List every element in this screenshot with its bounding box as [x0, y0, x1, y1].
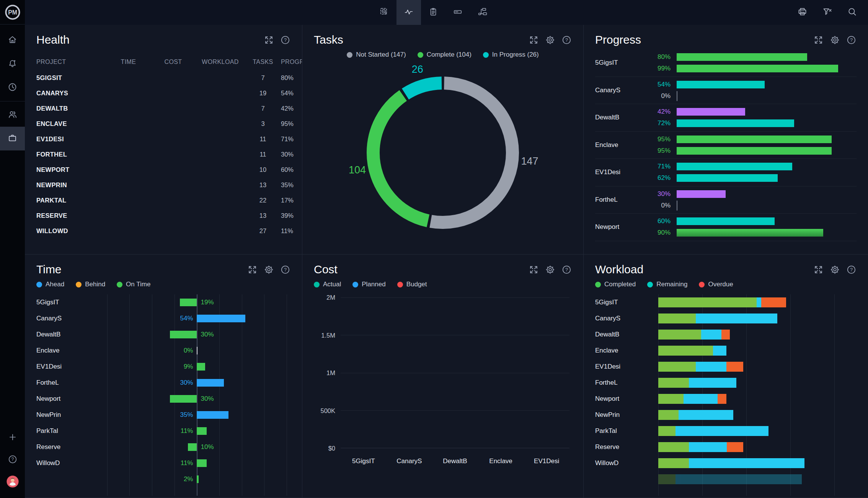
stacked-bar[interactable] — [658, 330, 730, 340]
stacked-bar[interactable] — [658, 297, 786, 307]
help-icon[interactable]: ? — [280, 35, 290, 45]
bar[interactable] — [180, 299, 197, 306]
bar[interactable] — [677, 65, 838, 72]
help-icon[interactable]: ? — [846, 265, 857, 275]
table-row[interactable]: PARKTAL2217% — [36, 193, 290, 208]
bar[interactable] — [677, 217, 775, 225]
table-row[interactable]: FORTHEL1130% — [36, 147, 290, 162]
table-row[interactable]: CANARYS1954% — [36, 85, 290, 101]
settings-icon[interactable] — [545, 35, 555, 45]
legend-item[interactable]: Overdue — [699, 281, 733, 288]
bar[interactable] — [677, 53, 807, 61]
stacked-bar[interactable] — [658, 442, 743, 452]
sidebar-item-team[interactable] — [0, 103, 25, 127]
tool-card[interactable] — [445, 0, 470, 25]
table-row[interactable]: 5GIGSIT780% — [36, 70, 290, 85]
table-row[interactable]: DEWALTB742% — [36, 101, 290, 116]
bar[interactable] — [677, 190, 726, 198]
stacked-bar[interactable] — [658, 346, 726, 356]
stacked-bar[interactable] — [658, 410, 733, 420]
bar[interactable] — [677, 147, 832, 155]
project-name: EV1Desi — [36, 359, 98, 375]
svg-text:?: ? — [284, 37, 287, 43]
pm-logo[interactable]: PM — [0, 0, 25, 24]
stacked-bar[interactable] — [658, 426, 768, 436]
tool-activity[interactable] — [396, 0, 421, 25]
bar[interactable] — [197, 315, 245, 322]
help-icon[interactable]: ? — [846, 35, 857, 45]
table-row[interactable]: EV1DESI1171% — [36, 131, 290, 147]
settings-icon[interactable] — [830, 265, 840, 275]
expand-icon[interactable] — [247, 265, 258, 275]
help-icon[interactable]: ? — [280, 265, 290, 275]
bar[interactable] — [197, 363, 205, 371]
legend-item[interactable]: Planned — [352, 281, 385, 288]
sidebar-help-button[interactable]: ? — [0, 449, 25, 471]
stacked-bar[interactable] — [658, 474, 802, 484]
table-row[interactable]: RESERVE1339% — [36, 208, 290, 223]
settings-icon[interactable] — [264, 265, 274, 275]
stacked-bar[interactable] — [658, 458, 804, 468]
bar[interactable] — [677, 136, 832, 143]
expand-icon[interactable] — [529, 265, 539, 275]
bar[interactable] — [188, 443, 197, 451]
table-row[interactable]: ENCLAVE395% — [36, 116, 290, 131]
time-plot: 19%54%30%0%9%30%30%35%11%10%11%2% — [100, 294, 290, 496]
bar[interactable] — [197, 379, 224, 387]
help-icon[interactable]: ? — [561, 35, 572, 45]
tool-zoom-select[interactable] — [372, 0, 396, 25]
stacked-bar[interactable] — [658, 394, 726, 404]
bar[interactable] — [197, 459, 207, 467]
sidebar-item-notifications[interactable] — [0, 52, 25, 76]
sidebar-item-home[interactable] — [0, 28, 25, 52]
legend-item[interactable]: Not Started (147) — [347, 51, 406, 59]
expand-icon[interactable] — [264, 35, 274, 45]
stacked-bar[interactable] — [658, 378, 736, 388]
legend-label: In Progress (26) — [492, 51, 539, 59]
legend-item[interactable]: Complete (104) — [418, 51, 472, 59]
bar[interactable] — [677, 119, 794, 127]
expand-icon[interactable] — [529, 35, 539, 45]
sidebar-add-button[interactable] — [0, 427, 25, 449]
bar[interactable] — [197, 475, 199, 483]
table-row[interactable]: NEWPORT1060% — [36, 162, 290, 177]
settings-icon[interactable] — [830, 35, 840, 45]
sidebar-item-portfolio[interactable] — [0, 127, 25, 150]
sidebar-item-history[interactable] — [0, 76, 25, 100]
stacked-bar[interactable] — [658, 313, 777, 323]
legend-item[interactable]: Remaining — [647, 281, 687, 288]
expand-icon[interactable] — [813, 35, 824, 45]
bar[interactable] — [197, 411, 228, 419]
tool-workflow[interactable] — [470, 0, 494, 25]
legend-dot — [699, 282, 705, 287]
bar[interactable] — [170, 331, 197, 338]
panel-title-tasks: Tasks — [314, 33, 343, 46]
bar[interactable] — [677, 163, 792, 170]
legend-item[interactable]: In Progress (26) — [483, 51, 539, 59]
legend-item[interactable]: Ahead — [36, 281, 64, 288]
bar[interactable] — [170, 395, 197, 403]
bar[interactable] — [677, 174, 778, 182]
bar[interactable] — [677, 81, 765, 88]
settings-icon[interactable] — [545, 265, 555, 275]
table-row[interactable]: WILLOWD2711% — [36, 223, 290, 238]
search-button[interactable] — [847, 7, 857, 18]
bar[interactable] — [197, 427, 207, 435]
sidebar-avatar-button[interactable] — [0, 471, 25, 493]
dashboard-grid: Health ? PROJECTTIMECOSTWORKLOADTASKSPRO… — [25, 25, 868, 498]
filter-clear-button[interactable] — [822, 7, 832, 18]
legend-item[interactable]: On Time — [117, 281, 150, 288]
help-icon[interactable]: ? — [561, 265, 572, 275]
legend-item[interactable]: Completed — [595, 281, 636, 288]
tool-report[interactable] — [421, 0, 445, 25]
expand-icon[interactable] — [813, 265, 824, 275]
bar[interactable] — [677, 108, 745, 116]
svg-text:?: ? — [284, 267, 287, 273]
table-row[interactable]: NEWPRIN1335% — [36, 177, 290, 193]
legend-item[interactable]: Actual — [314, 281, 341, 288]
bar[interactable] — [677, 229, 823, 237]
legend-item[interactable]: Budget — [397, 281, 427, 288]
print-button[interactable] — [797, 7, 808, 18]
stacked-bar[interactable] — [658, 362, 743, 372]
legend-item[interactable]: Behind — [76, 281, 105, 288]
